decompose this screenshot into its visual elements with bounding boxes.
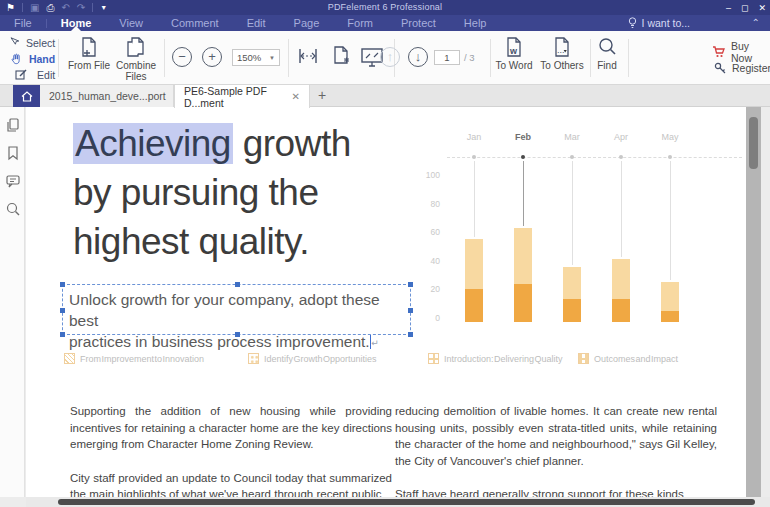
zoom-out-button[interactable]: −: [172, 47, 192, 67]
from-file-button[interactable]: From File: [66, 36, 112, 71]
chart-category-label: Mar: [557, 132, 587, 142]
close-tab-icon[interactable]: ✕: [292, 91, 300, 102]
menu-protect[interactable]: Protect: [387, 15, 450, 31]
feature-row: From Improvement to Innovation Identify …: [26, 353, 746, 369]
chart-drop-line: [523, 161, 524, 226]
divider: [590, 39, 591, 77]
register-button[interactable]: Register: [714, 62, 770, 74]
vertical-scrollbar[interactable]: [746, 107, 761, 497]
dots-grid-icon: [248, 353, 259, 364]
home-tab[interactable]: [13, 85, 40, 107]
select-tool-button[interactable]: Select: [9, 35, 55, 50]
feature-item: From Improvement to Innovation: [64, 353, 204, 364]
paragraph: reducing demolition of livable homes. It…: [395, 403, 717, 469]
resize-handle[interactable]: [408, 282, 413, 287]
resize-handle[interactable]: [235, 282, 240, 287]
chart-bar-dark-segment: [465, 289, 483, 322]
chart-category-label: Feb: [508, 132, 538, 142]
resize-handle[interactable]: [60, 332, 65, 337]
find-button[interactable]: Find: [592, 36, 622, 71]
resize-handle[interactable]: [60, 282, 65, 287]
chart-y-tick: 0: [418, 313, 440, 323]
resize-handle[interactable]: [408, 308, 413, 313]
zoom-level-select[interactable]: 150% ▼: [232, 49, 280, 66]
cart-icon: [712, 46, 725, 58]
home-icon: [21, 91, 33, 102]
h-blocks-icon: [578, 353, 589, 364]
menu-comment[interactable]: Comment: [157, 15, 233, 31]
collapse-ribbon-chevron-icon[interactable]: ⌃: [752, 17, 760, 28]
chart-y-tick: 20: [418, 284, 440, 294]
document-tab-active[interactable]: PE6-Sample PDF D...ment ✕: [174, 85, 310, 108]
divider: [490, 39, 491, 77]
fit-width-button[interactable]: [297, 45, 319, 67]
chart-y-tick: 100: [418, 170, 440, 180]
horizontal-scrollbar-thumb[interactable]: [58, 499, 755, 505]
document-tab[interactable]: 2015_human_deve...port ✕: [40, 85, 174, 107]
chart-marker-dot: [570, 155, 574, 159]
paragraph: City staff provided an update to Council…: [70, 470, 392, 498]
fit-page-button[interactable]: [330, 45, 352, 67]
heading-line-2: by pursuing the: [73, 168, 351, 217]
chart-plot: 020406080100JanFebMarAprMay: [426, 127, 746, 347]
edit-tool-button[interactable]: Edit: [9, 67, 55, 82]
chart-category-label: May: [655, 132, 685, 142]
svg-text:w: w: [509, 46, 518, 56]
feature-item: Introduction: Delivering Quality: [428, 353, 563, 364]
pdf-page[interactable]: Achieving growth by pursuing the highest…: [26, 107, 746, 497]
menu-page[interactable]: Page: [280, 15, 334, 31]
window-title: PDFelement 6 Professional: [0, 2, 770, 12]
combine-files-icon: [125, 36, 147, 60]
heading-line-1: Achieving growth: [73, 119, 351, 168]
horizontal-scrollbar[interactable]: [26, 497, 770, 507]
svg-text:...: ...: [557, 45, 565, 55]
page-count-label: / 3: [464, 52, 475, 63]
menu-view[interactable]: View: [105, 15, 157, 31]
hand-tool-button[interactable]: Hand: [9, 51, 55, 66]
search-icon[interactable]: [5, 201, 21, 217]
mode-buttons: Select Hand Edit: [9, 35, 55, 83]
maximize-button[interactable]: ◻: [741, 3, 748, 13]
combine-files-button[interactable]: Combine Files: [112, 36, 160, 82]
next-page-button[interactable]: ↓: [408, 47, 428, 67]
resize-handle[interactable]: [60, 308, 65, 313]
menu-edit[interactable]: Edit: [233, 15, 280, 31]
menu-form[interactable]: Form: [333, 15, 387, 31]
selected-text[interactable]: Achieving: [73, 123, 233, 164]
chart-bar-dark-segment: [563, 299, 581, 322]
paragraph: Supporting the addition of new housing w…: [70, 403, 392, 453]
menu-bar: File Home View Comment Edit Page Form Pr…: [0, 15, 770, 31]
editable-text-box[interactable]: Unlock growth for your company, adopt th…: [62, 284, 411, 335]
to-word-button[interactable]: w To Word: [492, 36, 536, 71]
chart-y-tick: 80: [418, 199, 440, 209]
buy-now-button[interactable]: Buy Now: [712, 40, 770, 64]
navigation-sidebar: [0, 107, 25, 497]
i-want-to-button[interactable]: I want to...: [628, 15, 690, 31]
bookmarks-icon[interactable]: [5, 145, 21, 161]
minimize-button[interactable]: –: [726, 3, 731, 13]
find-icon: [597, 36, 617, 60]
menu-help[interactable]: Help: [450, 15, 501, 31]
resize-handle[interactable]: [408, 332, 413, 337]
pdfelement-window: ⚑ ▣ ⎙ ↶ ↷ ▼ PDFelement 6 Professional – …: [0, 0, 770, 507]
close-button[interactable]: ✕: [758, 3, 766, 13]
paragraph-return-mark: ↵: [371, 338, 379, 348]
paragraph: Staff have heard generally strong suppor…: [395, 486, 717, 497]
page-thumbnails-icon[interactable]: [5, 117, 21, 133]
zoom-in-button[interactable]: +: [202, 47, 222, 67]
body-column-right: reducing demolition of livable homes. It…: [395, 403, 717, 497]
chart-marker-dot: [668, 155, 672, 159]
plus-grid-icon: [428, 353, 439, 364]
menu-file[interactable]: File: [0, 15, 46, 31]
feature-item: Outcomes and Impact: [578, 353, 678, 364]
new-tab-button[interactable]: +: [318, 87, 326, 103]
divider: [164, 39, 165, 77]
to-others-icon: ...: [552, 36, 572, 60]
comments-icon[interactable]: [5, 173, 21, 189]
previous-page-button[interactable]: ↑: [380, 47, 400, 67]
vertical-scrollbar-thumb[interactable]: [749, 117, 758, 169]
to-others-button[interactable]: ... To Others: [538, 36, 586, 71]
chart-marker-dot: [521, 155, 525, 159]
page-number-input[interactable]: [434, 50, 460, 65]
resize-handle[interactable]: [235, 332, 240, 337]
